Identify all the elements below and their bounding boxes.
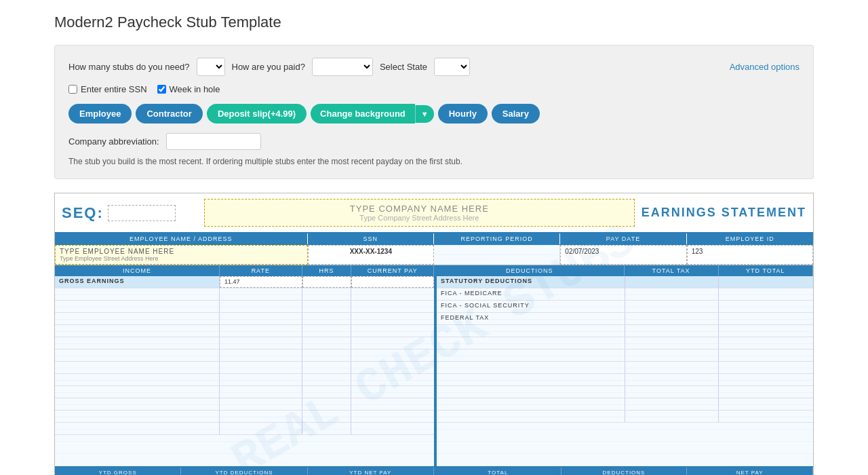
employee-address-col-header: EMPLOYEE NAME / ADDRESS bbox=[55, 233, 308, 244]
ssn-col-header: SSN bbox=[308, 233, 434, 244]
footer-total: TOTAL bbox=[435, 468, 561, 475]
paid-select[interactable]: WeeklyBi-weeklyMonthly bbox=[312, 58, 373, 76]
footer-left: YTD GROSS YTD DEDUCTIONS YTD NET PAY Typ… bbox=[55, 468, 434, 475]
statutory-total-tax bbox=[625, 276, 719, 288]
fica-medicare-row: FICA - MEDICARE bbox=[437, 288, 813, 301]
employee-button[interactable]: Employee bbox=[68, 104, 132, 124]
state-label: Select State bbox=[380, 62, 427, 72]
footer-deductions: DEDUCTIONS bbox=[561, 468, 688, 475]
income-header: INCOME RATE HRS CURRENT PAY bbox=[55, 265, 434, 276]
change-bg-dropdown-arrow[interactable]: ▼ bbox=[415, 105, 434, 123]
income-col-h-0: INCOME bbox=[55, 265, 220, 276]
stub-preview: SEQ: TYPE COMPANY NAME HERE Type Company… bbox=[54, 193, 814, 475]
employee-data-row: TYPE EMPLOYEE NAME HERE Type Employee St… bbox=[55, 245, 813, 265]
stub-header: SEQ: TYPE COMPANY NAME HERE Type Company… bbox=[55, 193, 813, 232]
ded-empty-8 bbox=[437, 411, 813, 423]
employee-name-value: TYPE EMPLOYEE NAME HERE bbox=[60, 248, 303, 255]
reporting-period-col-header: REPORTING PERIOD bbox=[434, 233, 560, 244]
federal-tax-amount bbox=[625, 313, 719, 324]
ded-empty-2 bbox=[437, 337, 813, 349]
fica-medicare-label: FICA - MEDICARE bbox=[437, 288, 625, 300]
employee-id-value[interactable]: 123 bbox=[687, 245, 813, 265]
gross-earnings-label: GROSS EARNINGS bbox=[55, 276, 220, 288]
ded-empty-3 bbox=[437, 349, 813, 362]
ded-empty-4 bbox=[437, 362, 813, 374]
footer-ytd-net-pay: YTD NET PAY bbox=[308, 468, 434, 475]
ded-empty-6 bbox=[437, 386, 813, 398]
federal-tax-ytd bbox=[719, 313, 813, 324]
fica-medicare-tax bbox=[625, 288, 719, 300]
income-row-empty-2 bbox=[55, 301, 434, 313]
stub-main-body: INCOME RATE HRS CURRENT PAY GROSS EARNIN… bbox=[55, 265, 813, 466]
income-col-h-3: CURRENT PAY bbox=[351, 265, 434, 276]
state-select[interactable]: CANYTX bbox=[434, 58, 470, 76]
company-name-area: TYPE COMPANY NAME HERE Type Company Stre… bbox=[204, 199, 635, 227]
company-name-placeholder[interactable]: TYPE COMPANY NAME HERE bbox=[209, 204, 630, 214]
gross-earnings-row: GROSS EARNINGS 11.47 bbox=[55, 276, 434, 288]
income-row-empty-12 bbox=[55, 423, 434, 435]
statutory-deductions-row: STATUTORY DEDUCTIONS bbox=[437, 276, 813, 288]
salary-button[interactable]: Salary bbox=[492, 104, 540, 124]
gross-earnings-hrs[interactable] bbox=[302, 276, 352, 288]
gross-earnings-rate[interactable]: 11.47 bbox=[220, 276, 302, 288]
stubs-select[interactable]: 123 bbox=[197, 58, 225, 76]
hourly-button[interactable]: Hourly bbox=[438, 104, 488, 124]
buttons-row: Employee Contractor Deposit slip(+4.99) … bbox=[68, 104, 800, 124]
options-panel: How many stubs do you need? 123 How are … bbox=[54, 45, 814, 179]
seq-label: SEQ: bbox=[62, 204, 104, 222]
gross-earnings-current[interactable] bbox=[351, 276, 434, 288]
fica-ss-label: FICA - SOCIAL SECURITY bbox=[437, 301, 625, 312]
ded-empty-7 bbox=[437, 398, 813, 411]
income-row-empty-1 bbox=[55, 288, 434, 301]
company-abbr-input[interactable] bbox=[166, 133, 261, 150]
deposit-slip-button[interactable]: Deposit slip(+4.99) bbox=[207, 104, 307, 124]
income-row-empty-9 bbox=[55, 386, 434, 398]
pay-date-value[interactable]: 02/07/2023 bbox=[560, 245, 686, 265]
contractor-button[interactable]: Contractor bbox=[136, 104, 202, 124]
deductions-body: STATUTORY DEDUCTIONS FICA - MEDICARE FIC… bbox=[435, 276, 813, 466]
income-section: INCOME RATE HRS CURRENT PAY GROSS EARNIN… bbox=[55, 265, 434, 466]
change-bg-button[interactable]: Change background bbox=[311, 104, 415, 124]
federal-tax-row: FEDERAL TAX bbox=[437, 313, 813, 325]
stubs-label: How many stubs do you need? bbox=[68, 62, 190, 72]
statutory-ytd bbox=[719, 276, 813, 288]
reporting-period-value[interactable] bbox=[434, 245, 560, 265]
income-row-empty-11 bbox=[55, 411, 434, 423]
footer-right: TOTAL DEDUCTIONS NET PAY bbox=[434, 468, 813, 475]
week-in-hole-label: Week in hole bbox=[157, 84, 220, 94]
fica-ss-ytd bbox=[719, 301, 813, 312]
company-street-placeholder[interactable]: Type Company Street Address Here bbox=[209, 214, 630, 222]
income-col-h-2: HRS bbox=[302, 265, 352, 276]
stub-footer: YTD GROSS YTD DEDUCTIONS YTD NET PAY Typ… bbox=[55, 466, 813, 475]
income-row-empty-10 bbox=[55, 398, 434, 411]
deductions-col-h-0: DEDUCTIONS bbox=[435, 265, 625, 276]
change-bg-split-button: Change background ▼ bbox=[311, 104, 434, 124]
ded-empty-5 bbox=[437, 374, 813, 386]
enter-ssn-checkbox[interactable] bbox=[68, 85, 77, 94]
income-row-empty-4 bbox=[55, 325, 434, 337]
income-row-empty-8 bbox=[55, 374, 434, 386]
earnings-title: EARNINGS STATEMENT bbox=[642, 199, 806, 227]
paid-label: How are you paid? bbox=[232, 62, 305, 72]
seq-input[interactable] bbox=[108, 205, 176, 221]
fica-ss-row: FICA - SOCIAL SECURITY bbox=[437, 301, 813, 313]
ssn-value[interactable]: XXX-XX-1234 bbox=[308, 245, 434, 265]
deductions-header: DEDUCTIONS TOTAL TAX YTD TOTAL bbox=[435, 265, 813, 276]
week-in-hole-checkbox[interactable] bbox=[157, 85, 166, 94]
employee-name-cell[interactable]: TYPE EMPLOYEE NAME HERE Type Employee St… bbox=[55, 245, 308, 265]
fica-ss-tax bbox=[625, 301, 719, 312]
income-row-empty-3 bbox=[55, 313, 434, 325]
company-abbr-label: Company abbreviation: bbox=[68, 136, 159, 147]
advanced-options-link[interactable]: Advanced options bbox=[730, 62, 800, 72]
footer-left-headers: YTD GROSS YTD DEDUCTIONS YTD NET PAY bbox=[55, 468, 434, 475]
company-abbr-row: Company abbreviation: bbox=[68, 133, 800, 150]
employee-street-value: Type Employee Street Address Here bbox=[60, 255, 303, 262]
enter-ssn-label: Enter entire SSN bbox=[68, 84, 147, 94]
ded-empty-1 bbox=[437, 325, 813, 337]
footer-right-headers: TOTAL DEDUCTIONS NET PAY bbox=[435, 468, 813, 475]
income-col-h-1: RATE bbox=[220, 265, 302, 276]
footer-ytd-gross: YTD GROSS bbox=[55, 468, 181, 475]
employee-id-col-header: EMPLOYEE ID bbox=[687, 233, 813, 244]
info-text: The stub you build is the most recent. I… bbox=[68, 157, 800, 166]
deductions-col-h-1: TOTAL TAX bbox=[625, 265, 719, 276]
